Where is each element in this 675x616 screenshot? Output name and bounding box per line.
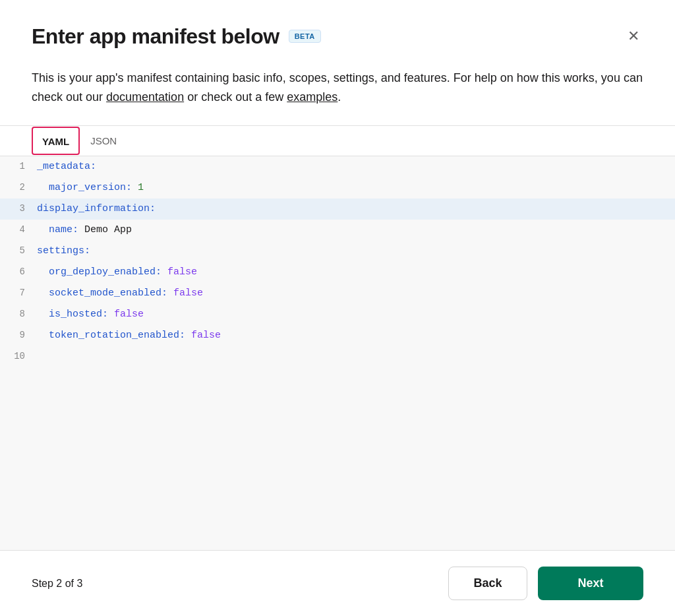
code-token: socket_mode_enabled: <box>49 288 167 299</box>
modal: Enter app manifest below BETA ✕ This is … <box>0 0 675 616</box>
table-row: 6 org_deploy_enabled: false <box>0 262 675 283</box>
documentation-link[interactable]: documentation <box>106 90 184 104</box>
back-button[interactable]: Back <box>448 567 527 600</box>
code-token: false <box>167 266 197 278</box>
code-token <box>37 330 49 341</box>
code-token <box>37 266 49 278</box>
code-token: token_rotation_enabled: <box>49 330 185 341</box>
code-token: false <box>191 330 221 341</box>
code-token <box>161 266 167 278</box>
code-token: false <box>173 288 203 299</box>
modal-footer: Step 2 of 3 Back Next <box>0 550 675 616</box>
line-number: 10 <box>0 346 37 367</box>
line-number: 1 <box>0 156 37 177</box>
table-row: 7 socket_mode_enabled: false <box>0 283 675 304</box>
line-code: is_hosted: false <box>37 304 675 325</box>
line-code: settings: <box>37 241 675 262</box>
line-number: 8 <box>0 304 37 325</box>
line-code: socket_mode_enabled: false <box>37 283 675 304</box>
line-code: token_rotation_enabled: false <box>37 325 675 346</box>
code-token: 1 <box>138 182 144 193</box>
line-number: 6 <box>0 262 37 283</box>
modal-title-group: Enter app manifest below BETA <box>32 24 321 49</box>
modal-title: Enter app manifest below <box>32 24 279 49</box>
table-row: 2 major_version: 1 <box>0 177 675 199</box>
line-number: 3 <box>0 199 37 220</box>
line-code: _metadata: <box>37 156 675 177</box>
table-row: 9 token_rotation_enabled: false <box>0 325 675 346</box>
table-row: 4 name: Demo App <box>0 220 675 241</box>
close-icon: ✕ <box>628 28 639 45</box>
code-area: 1_metadata:2 major_version: 13display_in… <box>0 156 675 550</box>
table-row: 8 is_hosted: false <box>0 304 675 325</box>
line-code: org_deploy_enabled: false <box>37 262 675 283</box>
code-token: _metadata: <box>37 161 96 172</box>
line-number: 5 <box>0 241 37 262</box>
code-token: settings: <box>37 245 90 257</box>
code-token: display_information: <box>37 203 156 214</box>
code-token: major_version: <box>49 182 132 193</box>
code-table: 1_metadata:2 major_version: 13display_in… <box>0 156 675 367</box>
table-row: 1_metadata: <box>0 156 675 177</box>
description-text-part3: . <box>338 90 341 104</box>
code-token <box>37 288 49 299</box>
line-number: 9 <box>0 325 37 346</box>
table-row: 5settings: <box>0 241 675 262</box>
code-token <box>132 182 138 193</box>
code-token <box>37 224 49 235</box>
line-code <box>37 346 675 367</box>
tabs-row: YAML JSON <box>0 126 675 156</box>
code-token <box>185 330 191 341</box>
footer-buttons: Back Next <box>448 567 643 600</box>
code-token: is_hosted: <box>49 309 108 320</box>
code-token: org_deploy_enabled: <box>49 266 161 278</box>
tab-json[interactable]: JSON <box>80 126 127 156</box>
next-button[interactable]: Next <box>538 567 643 600</box>
modal-description: This is your app's manifest containing b… <box>0 62 675 125</box>
code-token: false <box>114 309 144 320</box>
line-code: name: Demo App <box>37 220 675 241</box>
table-row: 10 <box>0 346 675 367</box>
code-token <box>108 309 114 320</box>
examples-link[interactable]: examples <box>287 90 338 104</box>
step-indicator: Step 2 of 3 <box>32 578 82 590</box>
code-token: name: <box>49 224 78 235</box>
code-token: Demo App <box>78 224 132 235</box>
line-number: 4 <box>0 220 37 241</box>
tab-yaml[interactable]: YAML <box>32 127 80 155</box>
code-token <box>37 309 49 320</box>
close-button[interactable]: ✕ <box>624 24 643 49</box>
beta-badge: BETA <box>289 30 321 43</box>
description-text-part2: or check out a few <box>184 90 287 104</box>
table-row: 3display_information: <box>0 199 675 220</box>
code-token <box>37 182 49 193</box>
code-token <box>167 288 173 299</box>
line-code: display_information: <box>37 199 675 220</box>
modal-header: Enter app manifest below BETA ✕ <box>0 0 675 62</box>
line-code: major_version: 1 <box>37 177 675 199</box>
line-number: 7 <box>0 283 37 304</box>
line-number: 2 <box>0 177 37 199</box>
